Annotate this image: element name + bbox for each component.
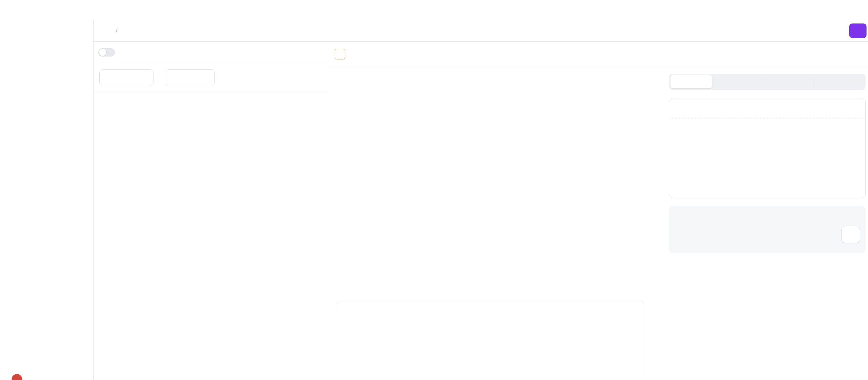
tab-insights[interactable] bbox=[813, 74, 866, 90]
input-controls bbox=[609, 75, 648, 83]
collapse-right-panel-icon[interactable] bbox=[857, 50, 864, 58]
span-detail-panel bbox=[327, 67, 662, 380]
chat-bubble-icon bbox=[126, 27, 133, 34]
prev-session-arrow-icon[interactable] bbox=[820, 27, 828, 34]
graph-icon bbox=[169, 27, 176, 34]
metrics-empty-state bbox=[669, 206, 866, 253]
toolbar-right bbox=[813, 20, 867, 42]
chevron-down-icon[interactable] bbox=[123, 7, 128, 13]
chevron-down-icon[interactable] bbox=[338, 76, 343, 82]
breadcrumb bbox=[110, 0, 138, 20]
trace-tree-panel bbox=[94, 42, 327, 380]
user-avatar[interactable] bbox=[11, 374, 22, 380]
tab-latency[interactable] bbox=[148, 27, 158, 34]
trace-tree bbox=[94, 42, 327, 380]
llm-span-icon bbox=[335, 49, 345, 60]
share-project-button[interactable] bbox=[850, 0, 862, 20]
toolbar-separator: / bbox=[116, 27, 118, 34]
view-toolbar: / bbox=[94, 20, 868, 42]
tab-params[interactable] bbox=[714, 74, 764, 90]
tab-trace-graph[interactable] bbox=[169, 27, 179, 34]
view-mode-select[interactable] bbox=[609, 76, 617, 82]
sidebar-collapse-icon[interactable] bbox=[76, 6, 83, 14]
view-tabs bbox=[126, 20, 179, 42]
sidebar-subnav-rule bbox=[8, 73, 8, 118]
tab-messages[interactable] bbox=[126, 27, 137, 34]
configure-metrics-button[interactable] bbox=[849, 24, 867, 38]
galileo-logo-icon bbox=[10, 5, 20, 15]
configure-metrics-secondary-button[interactable] bbox=[841, 226, 860, 243]
dataset-icon[interactable] bbox=[625, 75, 633, 83]
sidebar bbox=[0, 20, 94, 380]
share-icon bbox=[850, 6, 858, 14]
topbar bbox=[0, 0, 868, 20]
tab-label bbox=[671, 75, 712, 88]
back-arrow-icon[interactable] bbox=[103, 27, 111, 35]
link-icon[interactable] bbox=[641, 75, 648, 83]
json-tools-card bbox=[337, 300, 644, 380]
dotted-divider bbox=[669, 119, 865, 119]
chevron-updown-icon bbox=[612, 76, 617, 82]
lines-icon bbox=[148, 27, 155, 34]
next-session-arrow-icon[interactable] bbox=[835, 27, 842, 34]
span-header bbox=[327, 42, 868, 67]
tab-metrics[interactable] bbox=[669, 74, 714, 90]
system-metrics-card bbox=[669, 98, 866, 198]
stack-icon bbox=[337, 51, 343, 57]
metrics-panel-tabs bbox=[669, 74, 866, 90]
metrics-panel bbox=[662, 67, 868, 380]
tab-annotations[interactable] bbox=[764, 74, 813, 90]
